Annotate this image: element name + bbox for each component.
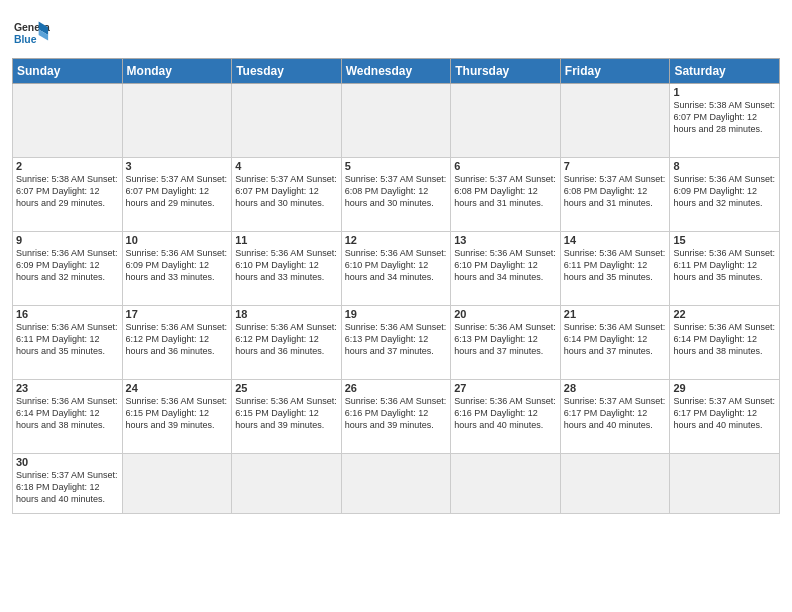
- day-number: 4: [235, 160, 338, 172]
- day-info: Sunrise: 5:37 AM Sunset: 6:17 PM Dayligh…: [673, 395, 776, 431]
- day-number: 22: [673, 308, 776, 320]
- calendar-cell: 15Sunrise: 5:36 AM Sunset: 6:11 PM Dayli…: [670, 232, 780, 306]
- day-number: 17: [126, 308, 229, 320]
- day-info: Sunrise: 5:37 AM Sunset: 6:08 PM Dayligh…: [564, 173, 667, 209]
- day-info: Sunrise: 5:36 AM Sunset: 6:14 PM Dayligh…: [16, 395, 119, 431]
- calendar-cell: [451, 84, 561, 158]
- day-info: Sunrise: 5:36 AM Sunset: 6:16 PM Dayligh…: [345, 395, 448, 431]
- day-info: Sunrise: 5:36 AM Sunset: 6:09 PM Dayligh…: [673, 173, 776, 209]
- day-number: 19: [345, 308, 448, 320]
- day-number: 24: [126, 382, 229, 394]
- weekday-header-wednesday: Wednesday: [341, 59, 451, 84]
- day-info: Sunrise: 5:36 AM Sunset: 6:13 PM Dayligh…: [345, 321, 448, 357]
- day-info: Sunrise: 5:36 AM Sunset: 6:11 PM Dayligh…: [16, 321, 119, 357]
- day-number: 13: [454, 234, 557, 246]
- calendar-cell: 14Sunrise: 5:36 AM Sunset: 6:11 PM Dayli…: [560, 232, 670, 306]
- calendar-cell: 3Sunrise: 5:37 AM Sunset: 6:07 PM Daylig…: [122, 158, 232, 232]
- day-info: Sunrise: 5:37 AM Sunset: 6:07 PM Dayligh…: [126, 173, 229, 209]
- day-info: Sunrise: 5:36 AM Sunset: 6:11 PM Dayligh…: [673, 247, 776, 283]
- calendar-cell: 23Sunrise: 5:36 AM Sunset: 6:14 PM Dayli…: [13, 380, 123, 454]
- calendar-cell: 13Sunrise: 5:36 AM Sunset: 6:10 PM Dayli…: [451, 232, 561, 306]
- day-number: 30: [16, 456, 119, 468]
- day-info: Sunrise: 5:36 AM Sunset: 6:15 PM Dayligh…: [126, 395, 229, 431]
- calendar-cell: 28Sunrise: 5:37 AM Sunset: 6:17 PM Dayli…: [560, 380, 670, 454]
- calendar-table: SundayMondayTuesdayWednesdayThursdayFrid…: [12, 58, 780, 514]
- day-info: Sunrise: 5:38 AM Sunset: 6:07 PM Dayligh…: [16, 173, 119, 209]
- calendar-cell: 7Sunrise: 5:37 AM Sunset: 6:08 PM Daylig…: [560, 158, 670, 232]
- calendar-cell: 12Sunrise: 5:36 AM Sunset: 6:10 PM Dayli…: [341, 232, 451, 306]
- day-number: 9: [16, 234, 119, 246]
- day-number: 15: [673, 234, 776, 246]
- day-info: Sunrise: 5:36 AM Sunset: 6:14 PM Dayligh…: [673, 321, 776, 357]
- calendar-cell: 25Sunrise: 5:36 AM Sunset: 6:15 PM Dayli…: [232, 380, 342, 454]
- calendar-cell: [670, 454, 780, 514]
- svg-text:Blue: Blue: [14, 34, 37, 45]
- day-number: 8: [673, 160, 776, 172]
- day-info: Sunrise: 5:36 AM Sunset: 6:15 PM Dayligh…: [235, 395, 338, 431]
- logo: General Blue: [12, 14, 50, 52]
- day-info: Sunrise: 5:36 AM Sunset: 6:10 PM Dayligh…: [454, 247, 557, 283]
- calendar-cell: 17Sunrise: 5:36 AM Sunset: 6:12 PM Dayli…: [122, 306, 232, 380]
- day-number: 10: [126, 234, 229, 246]
- weekday-header-tuesday: Tuesday: [232, 59, 342, 84]
- calendar-cell: 9Sunrise: 5:36 AM Sunset: 6:09 PM Daylig…: [13, 232, 123, 306]
- day-info: Sunrise: 5:36 AM Sunset: 6:12 PM Dayligh…: [126, 321, 229, 357]
- calendar-cell: [122, 84, 232, 158]
- day-info: Sunrise: 5:37 AM Sunset: 6:17 PM Dayligh…: [564, 395, 667, 431]
- day-number: 27: [454, 382, 557, 394]
- calendar-cell: 11Sunrise: 5:36 AM Sunset: 6:10 PM Dayli…: [232, 232, 342, 306]
- calendar-cell: 8Sunrise: 5:36 AM Sunset: 6:09 PM Daylig…: [670, 158, 780, 232]
- day-info: Sunrise: 5:36 AM Sunset: 6:10 PM Dayligh…: [235, 247, 338, 283]
- day-number: 26: [345, 382, 448, 394]
- calendar-cell: [451, 454, 561, 514]
- weekday-header-sunday: Sunday: [13, 59, 123, 84]
- calendar-cell: 10Sunrise: 5:36 AM Sunset: 6:09 PM Dayli…: [122, 232, 232, 306]
- day-number: 28: [564, 382, 667, 394]
- day-number: 2: [16, 160, 119, 172]
- day-number: 29: [673, 382, 776, 394]
- calendar-cell: 21Sunrise: 5:36 AM Sunset: 6:14 PM Dayli…: [560, 306, 670, 380]
- day-number: 1: [673, 86, 776, 98]
- day-info: Sunrise: 5:36 AM Sunset: 6:09 PM Dayligh…: [126, 247, 229, 283]
- calendar-cell: 19Sunrise: 5:36 AM Sunset: 6:13 PM Dayli…: [341, 306, 451, 380]
- weekday-header-saturday: Saturday: [670, 59, 780, 84]
- weekday-header-monday: Monday: [122, 59, 232, 84]
- calendar-cell: 27Sunrise: 5:36 AM Sunset: 6:16 PM Dayli…: [451, 380, 561, 454]
- day-number: 21: [564, 308, 667, 320]
- day-number: 6: [454, 160, 557, 172]
- day-number: 5: [345, 160, 448, 172]
- calendar-cell: 4Sunrise: 5:37 AM Sunset: 6:07 PM Daylig…: [232, 158, 342, 232]
- calendar-cell: 5Sunrise: 5:37 AM Sunset: 6:08 PM Daylig…: [341, 158, 451, 232]
- calendar-cell: 6Sunrise: 5:37 AM Sunset: 6:08 PM Daylig…: [451, 158, 561, 232]
- calendar-cell: 1Sunrise: 5:38 AM Sunset: 6:07 PM Daylig…: [670, 84, 780, 158]
- day-info: Sunrise: 5:37 AM Sunset: 6:07 PM Dayligh…: [235, 173, 338, 209]
- day-number: 7: [564, 160, 667, 172]
- day-number: 18: [235, 308, 338, 320]
- day-number: 14: [564, 234, 667, 246]
- day-info: Sunrise: 5:38 AM Sunset: 6:07 PM Dayligh…: [673, 99, 776, 135]
- day-info: Sunrise: 5:36 AM Sunset: 6:09 PM Dayligh…: [16, 247, 119, 283]
- day-info: Sunrise: 5:36 AM Sunset: 6:10 PM Dayligh…: [345, 247, 448, 283]
- calendar-cell: [560, 454, 670, 514]
- weekday-header-friday: Friday: [560, 59, 670, 84]
- day-number: 11: [235, 234, 338, 246]
- day-info: Sunrise: 5:36 AM Sunset: 6:12 PM Dayligh…: [235, 321, 338, 357]
- calendar-cell: [122, 454, 232, 514]
- calendar-cell: [341, 454, 451, 514]
- calendar-cell: [13, 84, 123, 158]
- day-info: Sunrise: 5:36 AM Sunset: 6:14 PM Dayligh…: [564, 321, 667, 357]
- day-number: 25: [235, 382, 338, 394]
- day-info: Sunrise: 5:37 AM Sunset: 6:08 PM Dayligh…: [345, 173, 448, 209]
- day-info: Sunrise: 5:37 AM Sunset: 6:18 PM Dayligh…: [16, 469, 119, 505]
- weekday-header-thursday: Thursday: [451, 59, 561, 84]
- calendar-cell: 29Sunrise: 5:37 AM Sunset: 6:17 PM Dayli…: [670, 380, 780, 454]
- calendar-cell: [232, 454, 342, 514]
- day-info: Sunrise: 5:37 AM Sunset: 6:08 PM Dayligh…: [454, 173, 557, 209]
- day-info: Sunrise: 5:36 AM Sunset: 6:16 PM Dayligh…: [454, 395, 557, 431]
- day-number: 12: [345, 234, 448, 246]
- calendar-cell: 30Sunrise: 5:37 AM Sunset: 6:18 PM Dayli…: [13, 454, 123, 514]
- calendar-cell: 20Sunrise: 5:36 AM Sunset: 6:13 PM Dayli…: [451, 306, 561, 380]
- day-number: 3: [126, 160, 229, 172]
- calendar-cell: 16Sunrise: 5:36 AM Sunset: 6:11 PM Dayli…: [13, 306, 123, 380]
- calendar-cell: [232, 84, 342, 158]
